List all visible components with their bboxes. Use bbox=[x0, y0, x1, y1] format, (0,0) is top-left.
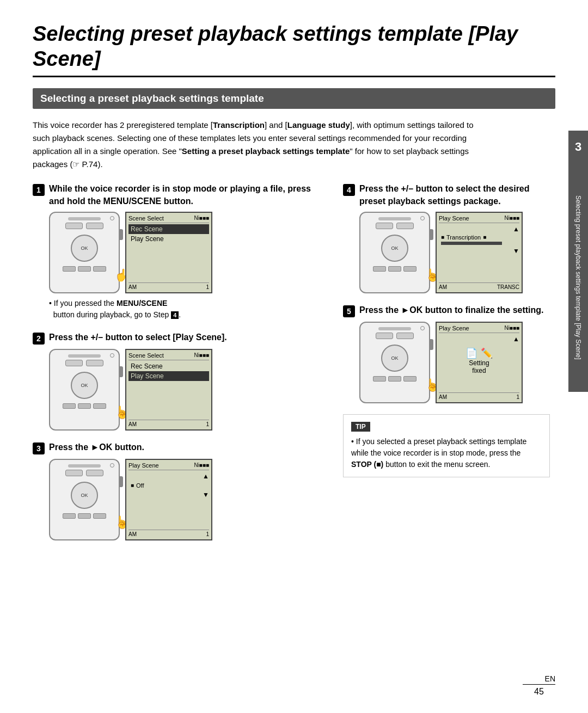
step-1-number: 1 bbox=[33, 184, 45, 196]
tip-label: TIP bbox=[351, 422, 370, 432]
step-3: 3 Press the ►OK button. OK bbox=[33, 441, 327, 540]
step-5: 5 Press the ►OK button to finalize the s… bbox=[343, 304, 555, 403]
intro-text: This voice recorder has 2 preregistered … bbox=[33, 119, 479, 171]
tip-box: TIP • If you selected a preset playback … bbox=[343, 414, 550, 477]
lcd-screen-3: Play Scene Ni■■■ ▲ ■ Off ▼ AM 1 bbox=[125, 459, 212, 540]
step-2-number: 2 bbox=[33, 333, 45, 345]
recorder-illustration-3: OK ☝ bbox=[49, 459, 120, 540]
page-title: Selecting preset playback settings templ… bbox=[33, 22, 555, 77]
recorder-illustration-4: OK ☝ bbox=[359, 212, 430, 293]
step-4-title: Press the +/– button to select the desir… bbox=[359, 183, 555, 207]
step-4: 4 Press the +/– button to select the des… bbox=[343, 183, 555, 293]
step-5-title: Press the ►OK button to finalize the set… bbox=[359, 304, 544, 316]
step-4-number: 4 bbox=[343, 184, 355, 196]
lcd-screen-4: Play Scene Ni■■■ ▲ ■ Transcription ■ ▼ bbox=[436, 212, 523, 293]
step-3-number: 3 bbox=[33, 442, 45, 454]
side-tab-text: Selecting preset playback settings templ… bbox=[568, 163, 588, 392]
recorder-illustration-2: OK ☝ bbox=[49, 349, 120, 431]
lcd-screen-2: Scene Select Ni■■■ Rec Scene Play Scene … bbox=[125, 349, 212, 431]
recorder-illustration-1: OK 👆 bbox=[49, 212, 120, 293]
language-label: EN bbox=[545, 674, 555, 683]
step-2-title: Press the +/– button to select [Play Sce… bbox=[49, 331, 227, 343]
lcd-screen-1: Scene Select Ni■■■ Rec Scene Play Scene … bbox=[125, 212, 212, 293]
step-1-note: • If you pressed the MENU/SCENE button d… bbox=[49, 298, 327, 321]
section-header: Selecting a preset playback settings tem… bbox=[33, 88, 555, 109]
step-1-title: While the voice recorder is in stop mode… bbox=[49, 183, 327, 207]
step-2: 2 Press the +/– button to select [Play S… bbox=[33, 331, 327, 431]
page-number: 45 bbox=[534, 687, 544, 696]
step-3-title: Press the ►OK button. bbox=[49, 441, 144, 453]
lcd-screen-5: Play Scene Ni■■■ ▲ 📄 ✏️ Setting fixed AM bbox=[436, 322, 523, 403]
step-5-number: 5 bbox=[343, 305, 355, 317]
tip-content: • If you selected a preset playback sett… bbox=[351, 436, 542, 470]
side-tab-number: 3 bbox=[568, 131, 588, 163]
step-1: 1 While the voice recorder is in stop mo… bbox=[33, 183, 327, 321]
recorder-illustration-5: OK ☝ bbox=[359, 322, 430, 403]
